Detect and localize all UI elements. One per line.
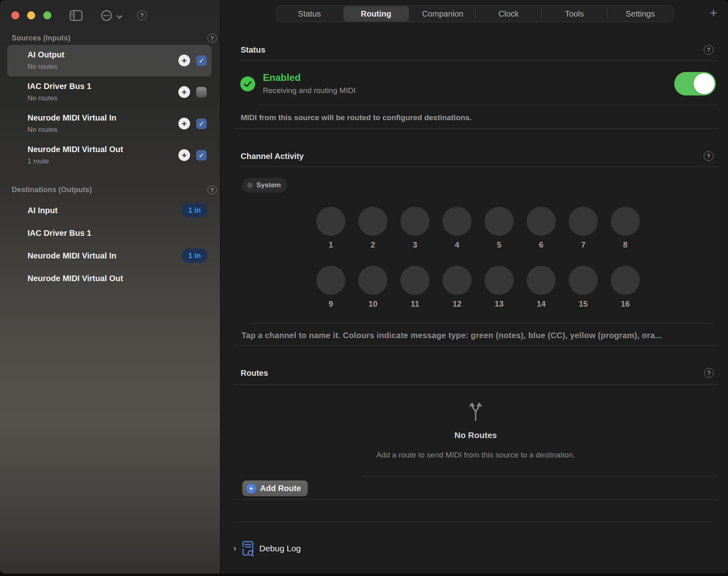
source-enabled-checkbox[interactable]: ✓	[196, 55, 207, 66]
channel-12[interactable]: 12	[442, 266, 472, 309]
channel-number: 1	[328, 240, 333, 250]
chevron-down-icon[interactable]	[116, 13, 123, 21]
channel-number: 9	[328, 299, 333, 309]
enabled-toggle[interactable]	[674, 72, 716, 95]
channel-8[interactable]: 8	[611, 207, 640, 250]
destinations-list: AI Input 1 in IAC Driver Bus 1 Neurode M…	[7, 199, 212, 290]
source-subtitle: No routes	[28, 94, 57, 102]
channel-number: 10	[368, 299, 377, 309]
system-label: System	[256, 181, 281, 189]
close-window-button[interactable]	[11, 11, 19, 19]
channel-15[interactable]: 15	[569, 266, 598, 309]
destination-row[interactable]: Neurode MIDI Virtual Out	[7, 267, 212, 290]
routes-help-button[interactable]: ?	[704, 368, 714, 378]
tab-routing[interactable]: Routing	[343, 6, 409, 21]
channel-9[interactable]: 9	[316, 266, 345, 309]
add-route-from-source-button[interactable]: +	[178, 55, 190, 66]
minimize-window-button[interactable]	[27, 11, 35, 19]
channel-number: 16	[621, 299, 630, 309]
tab-status[interactable]: Status	[277, 6, 342, 21]
tab-companion[interactable]: Companion	[410, 6, 476, 21]
sidebar: ? Sources (Inputs) ? AI Output No routes…	[0, 0, 220, 574]
destinations-help-button[interactable]: ?	[207, 185, 217, 195]
channel-dot[interactable]	[611, 207, 640, 236]
more-menu-icon[interactable]	[101, 10, 112, 23]
source-row[interactable]: AI Output No routes + ✓	[7, 45, 212, 76]
channel-dot[interactable]	[485, 266, 514, 295]
channel-caption: Tap a channel to name it. Colours indica…	[241, 331, 718, 340]
channel-number: 13	[495, 299, 504, 309]
channel-dot[interactable]	[358, 266, 387, 295]
sidebar-toggle-icon[interactable]	[70, 10, 83, 23]
channel-2[interactable]: 2	[358, 207, 387, 250]
divider	[233, 345, 718, 345]
status-section-title: Status	[241, 45, 265, 55]
routes-empty-icon-wrap	[233, 401, 718, 423]
channel-dot[interactable]	[569, 207, 598, 236]
channel-11[interactable]: 11	[400, 266, 430, 309]
debug-log-icon	[242, 541, 254, 559]
sources-help-button[interactable]: ?	[207, 34, 217, 43]
source-enabled-checkbox[interactable]: ✓	[196, 87, 207, 97]
channel-4[interactable]: 4	[442, 207, 472, 250]
channel-dot[interactable]	[400, 207, 430, 236]
source-title: Neurode MIDI Virtual Out	[28, 145, 123, 154]
channel-dot[interactable]	[611, 266, 640, 295]
channel-dot[interactable]	[569, 266, 598, 295]
tab-clock[interactable]: Clock	[476, 6, 541, 21]
channel-dot[interactable]	[400, 266, 430, 295]
channel-6[interactable]: 6	[527, 207, 556, 250]
channel-dot[interactable]	[527, 266, 556, 295]
channel-1[interactable]: 1	[316, 207, 345, 250]
channel-dot[interactable]	[485, 207, 514, 236]
channel-5[interactable]: 5	[485, 207, 514, 250]
source-row[interactable]: IAC Driver Bus 1 No routes + ✓	[7, 76, 212, 108]
checkmark-icon: ✓	[199, 120, 204, 128]
channel-dot[interactable]	[527, 207, 556, 236]
channel-activity-title: Channel Activity	[241, 152, 304, 161]
app-window: ? Sources (Inputs) ? AI Output No routes…	[0, 0, 728, 574]
channel-13[interactable]: 13	[485, 266, 514, 309]
destination-row[interactable]: IAC Driver Bus 1	[7, 222, 212, 244]
zoom-window-button[interactable]	[43, 11, 51, 19]
titlebar-help-button[interactable]: ?	[137, 11, 147, 20]
add-route-button[interactable]: + Add Route	[242, 481, 308, 496]
debug-disclosure-chevron[interactable]: ›	[233, 543, 236, 554]
divider	[233, 128, 718, 129]
channel-16[interactable]: 16	[611, 266, 640, 309]
channel-number: 2	[370, 240, 375, 250]
channel-dot[interactable]	[358, 207, 387, 236]
source-enabled-checkbox[interactable]: ✓	[196, 150, 207, 161]
incoming-routes-badge: 1 in	[182, 248, 207, 263]
source-row[interactable]: Neurode MIDI Virtual In No routes + ✓	[7, 108, 212, 140]
channel-dot[interactable]	[316, 266, 345, 295]
tab-tools[interactable]: Tools	[542, 6, 607, 21]
channel-3[interactable]: 3	[400, 207, 430, 250]
destinations-header: Destinations (Outputs)	[12, 186, 92, 194]
system-activity-pill[interactable]: System	[242, 178, 287, 193]
channel-10[interactable]: 10	[358, 266, 387, 309]
route-fork-icon	[466, 401, 485, 421]
no-routes-title: No Routes	[233, 430, 718, 440]
channel-dot[interactable]	[442, 207, 472, 236]
status-help-button[interactable]: ?	[704, 45, 713, 55]
source-enabled-checkbox[interactable]: ✓	[196, 119, 207, 129]
incoming-routes-badge: 1 in	[182, 203, 207, 218]
tab-settings[interactable]: Settings	[607, 6, 673, 21]
plus-icon: +	[246, 484, 256, 493]
add-route-from-source-button[interactable]: +	[178, 149, 190, 161]
source-row[interactable]: Neurode MIDI Virtual Out 1 route + ✓	[7, 140, 212, 171]
channel-activity-help-button[interactable]: ?	[704, 151, 713, 161]
source-title: AI Output	[28, 50, 64, 59]
destination-row[interactable]: AI Input 1 in	[7, 199, 212, 222]
channel-dot[interactable]	[442, 266, 472, 295]
channel-dot[interactable]	[316, 207, 345, 236]
debug-log-label[interactable]: Debug Log	[259, 544, 301, 553]
channel-7[interactable]: 7	[569, 207, 598, 250]
channel-14[interactable]: 14	[527, 266, 556, 309]
add-route-from-source-button[interactable]: +	[178, 118, 190, 129]
destination-row[interactable]: Neurode MIDI Virtual In 1 in	[7, 244, 212, 267]
add-route-from-source-button[interactable]: +	[178, 86, 190, 98]
sources-header: Sources (Inputs)	[12, 34, 70, 42]
add-tab-button[interactable]: +	[707, 6, 720, 20]
